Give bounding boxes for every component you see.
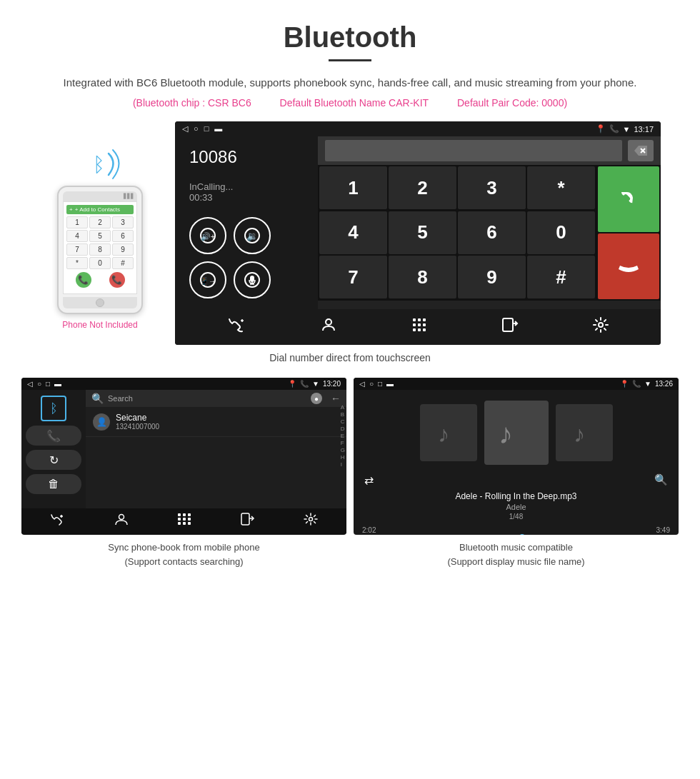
ms-back-icon[interactable]: ◁: [359, 380, 365, 388]
dial-backspace-button[interactable]: [628, 140, 654, 161]
dial-key-star[interactable]: *: [527, 166, 595, 209]
pb-recent-icon[interactable]: □: [46, 380, 50, 388]
ms-call-icon: 📞: [632, 380, 641, 388]
transfer-tab-icon-svg: [501, 316, 519, 333]
phonebook-screen: ◁ ○ □ ▬ 📍 📞 ▼ 13:20 ᛒ 📞 ↻ 🗑: [21, 378, 346, 535]
ms-wifi-icon: ▼: [644, 380, 651, 388]
ms-menu-icon[interactable]: ▬: [386, 380, 394, 388]
pb-sync-button[interactable]: ↻: [26, 450, 81, 470]
dial-key-5[interactable]: 5: [389, 211, 456, 254]
pb-main-area: ᛒ 📞 ↻ 🗑 🔍 Search ● ← 👤: [21, 390, 346, 508]
volume-down-button[interactable]: 🔉: [234, 217, 271, 254]
dial-key-4[interactable]: 4: [319, 211, 387, 254]
bluetooth-waves-icon: ᛒ: [71, 143, 129, 186]
pb-wifi-icon: ▼: [312, 380, 319, 388]
svg-rect-35: [183, 518, 186, 521]
nav-recent-icon[interactable]: □: [204, 124, 209, 134]
volume-up-button[interactable]: 🔊+: [189, 217, 226, 254]
music-caption-line1: Bluetooth music compatible: [447, 541, 584, 555]
dial-key-0[interactable]: 0: [527, 211, 595, 254]
dial-key-6[interactable]: 6: [458, 211, 526, 254]
dial-key-8[interactable]: 8: [389, 256, 456, 298]
pb-call-button[interactable]: 📞: [26, 426, 81, 446]
svg-rect-32: [183, 513, 186, 516]
pb-calls-icon[interactable]: [50, 513, 66, 529]
main-section: ᛒ ▋▋▋ + + Add to Contacts 1 2 3 4: [0, 121, 700, 345]
pb-bottom-bar: [21, 508, 346, 533]
transfer-tab-icon[interactable]: [501, 316, 519, 338]
contacts-tab-icon[interactable]: [320, 316, 337, 338]
phone-key-4[interactable]: 4: [66, 230, 88, 242]
dial-key-hash[interactable]: #: [527, 256, 595, 298]
ms-albums-area: ♪ ♪ ♪: [354, 390, 679, 471]
pb-search-bar: 🔍 Search ● ←: [86, 390, 346, 407]
add-contact-icon: +: [69, 206, 73, 213]
ms-recent-icon[interactable]: □: [378, 380, 382, 388]
nav-back-icon[interactable]: ◁: [182, 124, 188, 134]
calls-tab-icon[interactable]: [226, 316, 246, 338]
nav-menu-icon[interactable]: ▬: [214, 124, 222, 134]
svg-rect-40: [241, 513, 249, 525]
pb-transfer-icon[interactable]: [241, 513, 255, 529]
car-status-right: 📍 📞 ▼ 13:17: [596, 124, 654, 134]
ms-search-btn[interactable]: 🔍: [654, 473, 668, 487]
phone-key-1[interactable]: 1: [66, 216, 88, 228]
phone-call-buttons: 📞 📞: [66, 272, 134, 288]
pb-back-arrow[interactable]: ←: [331, 393, 341, 404]
pb-contacts-icon[interactable]: [114, 513, 129, 529]
pb-keypad-icon[interactable]: [177, 513, 191, 529]
music-caption: Bluetooth music compatible (Support disp…: [447, 541, 584, 568]
phone-key-2[interactable]: 2: [89, 216, 111, 228]
phone-key-8[interactable]: 8: [89, 243, 111, 256]
phone-key-5[interactable]: 5: [89, 230, 111, 242]
pb-menu-icon[interactable]: ▬: [54, 380, 61, 388]
phone-key-7[interactable]: 7: [66, 243, 88, 256]
ms-shuffle-icon[interactable]: ⇄: [364, 473, 374, 487]
ms-home-icon[interactable]: ○: [369, 380, 374, 388]
phone-key-3[interactable]: 3: [112, 216, 134, 228]
pb-search-icon[interactable]: 🔍: [91, 393, 104, 404]
phone-key-hash[interactable]: #: [112, 257, 134, 269]
dial-key-7[interactable]: 7: [319, 256, 387, 298]
ms-count: 1/48: [354, 513, 679, 523]
pb-nav-icons: ◁ ○ □ ▬: [27, 380, 61, 388]
pb-back-icon[interactable]: ◁: [27, 380, 33, 388]
dial-key-2[interactable]: 2: [389, 166, 456, 209]
transfer-button[interactable]: 📱→: [189, 261, 226, 298]
dial-input-box[interactable]: [325, 140, 622, 161]
phone-home-button[interactable]: [96, 298, 104, 307]
svg-text:🔊+: 🔊+: [201, 231, 215, 241]
dial-key-9[interactable]: 9: [458, 256, 526, 298]
pb-delete-button[interactable]: 🗑: [26, 474, 81, 494]
dial-input-row: [318, 136, 661, 165]
dial-key-3[interactable]: 3: [458, 166, 526, 209]
svg-rect-33: [188, 513, 191, 516]
phone-key-9[interactable]: 9: [112, 243, 134, 256]
nav-home-icon[interactable]: ○: [194, 124, 199, 134]
pb-home-icon[interactable]: ○: [37, 380, 41, 388]
svg-rect-25: [503, 318, 513, 331]
volume-down-icon: 🔉: [244, 227, 261, 244]
bt-chip: (Bluetooth chip : CSR BC6: [133, 97, 251, 109]
phone-end-button[interactable]: 📞: [109, 272, 125, 288]
pb-transfer-svg: [241, 513, 255, 526]
dial-key-1[interactable]: 1: [319, 166, 387, 209]
settings-tab-icon[interactable]: [592, 316, 609, 338]
pb-contact-item[interactable]: 👤 Seicane 13241007000: [86, 407, 346, 437]
mic-icon: [244, 271, 261, 288]
phone-call-button[interactable]: 📞: [76, 272, 91, 288]
phone-key-star[interactable]: *: [66, 257, 88, 269]
music-caption-line2: (Support display music file name): [447, 555, 584, 569]
end-call-button[interactable]: [598, 233, 659, 299]
phone-key-0[interactable]: 0: [89, 257, 111, 269]
add-contact-label: + Add to Contacts: [75, 206, 120, 213]
ms-current-time: 2:02: [362, 526, 376, 534]
mic-button[interactable]: [234, 261, 271, 298]
call-action-buttons: [596, 165, 661, 301]
pb-settings-icon[interactable]: [304, 513, 318, 529]
album-cover-center: ♪: [484, 401, 549, 465]
phone-key-6[interactable]: 6: [112, 230, 134, 242]
pb-calls-svg: [50, 513, 66, 526]
answer-call-button[interactable]: [598, 166, 659, 232]
keypad-tab-icon[interactable]: [411, 316, 428, 338]
